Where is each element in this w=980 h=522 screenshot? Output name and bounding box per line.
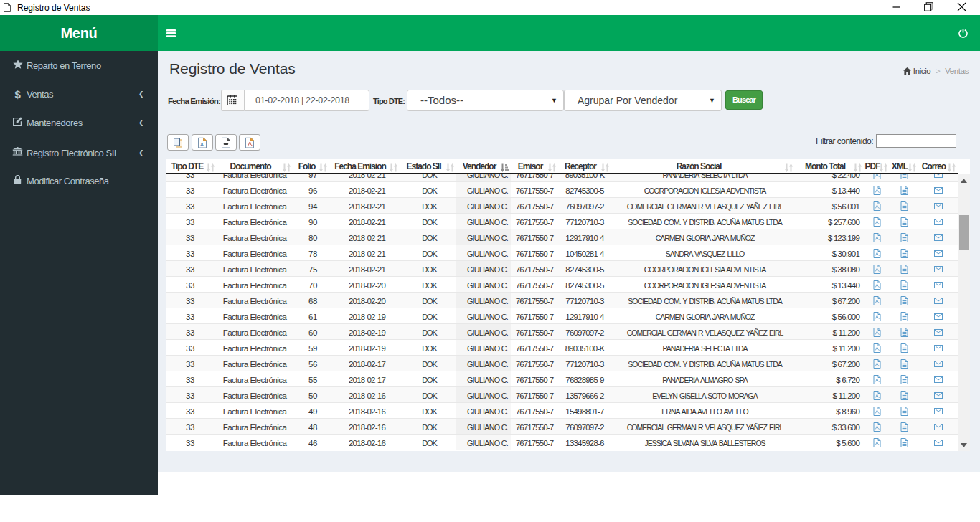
svg-text:x: x <box>200 141 204 147</box>
